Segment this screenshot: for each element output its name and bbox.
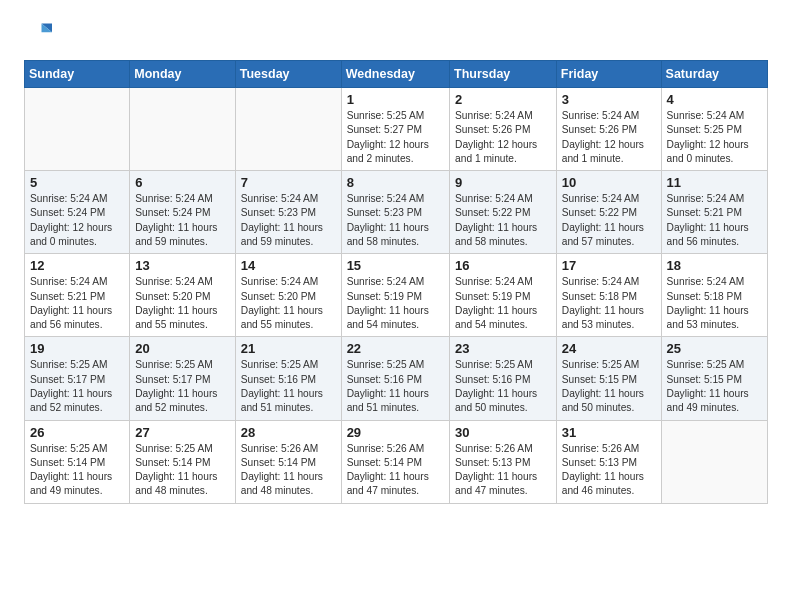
day-info: Sunrise: 5:24 AM Sunset: 5:18 PM Dayligh… [562,275,656,332]
day-number: 6 [135,175,230,190]
day-info: Sunrise: 5:25 AM Sunset: 5:14 PM Dayligh… [30,442,124,499]
day-info: Sunrise: 5:24 AM Sunset: 5:22 PM Dayligh… [455,192,551,249]
calendar-cell: 30Sunrise: 5:26 AM Sunset: 5:13 PM Dayli… [450,420,557,503]
calendar-header-sunday: Sunday [25,61,130,88]
day-number: 10 [562,175,656,190]
calendar-cell [661,420,767,503]
day-info: Sunrise: 5:24 AM Sunset: 5:19 PM Dayligh… [455,275,551,332]
calendar-cell: 14Sunrise: 5:24 AM Sunset: 5:20 PM Dayli… [235,254,341,337]
day-number: 15 [347,258,444,273]
day-number: 11 [667,175,762,190]
calendar-cell: 26Sunrise: 5:25 AM Sunset: 5:14 PM Dayli… [25,420,130,503]
day-number: 19 [30,341,124,356]
day-info: Sunrise: 5:26 AM Sunset: 5:14 PM Dayligh… [347,442,444,499]
calendar-header-saturday: Saturday [661,61,767,88]
day-number: 26 [30,425,124,440]
calendar: SundayMondayTuesdayWednesdayThursdayFrid… [24,60,768,504]
day-number: 13 [135,258,230,273]
calendar-cell: 9Sunrise: 5:24 AM Sunset: 5:22 PM Daylig… [450,171,557,254]
day-number: 20 [135,341,230,356]
calendar-week-1: 5Sunrise: 5:24 AM Sunset: 5:24 PM Daylig… [25,171,768,254]
calendar-cell: 29Sunrise: 5:26 AM Sunset: 5:14 PM Dayli… [341,420,449,503]
calendar-cell: 6Sunrise: 5:24 AM Sunset: 5:24 PM Daylig… [130,171,236,254]
day-info: Sunrise: 5:25 AM Sunset: 5:15 PM Dayligh… [667,358,762,415]
day-number: 30 [455,425,551,440]
day-info: Sunrise: 5:26 AM Sunset: 5:13 PM Dayligh… [455,442,551,499]
calendar-cell: 17Sunrise: 5:24 AM Sunset: 5:18 PM Dayli… [556,254,661,337]
day-number: 31 [562,425,656,440]
day-info: Sunrise: 5:25 AM Sunset: 5:16 PM Dayligh… [241,358,336,415]
day-info: Sunrise: 5:25 AM Sunset: 5:17 PM Dayligh… [135,358,230,415]
calendar-cell: 15Sunrise: 5:24 AM Sunset: 5:19 PM Dayli… [341,254,449,337]
calendar-cell: 24Sunrise: 5:25 AM Sunset: 5:15 PM Dayli… [556,337,661,420]
day-info: Sunrise: 5:25 AM Sunset: 5:16 PM Dayligh… [455,358,551,415]
calendar-header-row: SundayMondayTuesdayWednesdayThursdayFrid… [25,61,768,88]
day-info: Sunrise: 5:24 AM Sunset: 5:23 PM Dayligh… [347,192,444,249]
day-info: Sunrise: 5:24 AM Sunset: 5:18 PM Dayligh… [667,275,762,332]
day-info: Sunrise: 5:26 AM Sunset: 5:13 PM Dayligh… [562,442,656,499]
calendar-cell: 4Sunrise: 5:24 AM Sunset: 5:25 PM Daylig… [661,88,767,171]
calendar-cell [235,88,341,171]
day-info: Sunrise: 5:26 AM Sunset: 5:14 PM Dayligh… [241,442,336,499]
calendar-week-3: 19Sunrise: 5:25 AM Sunset: 5:17 PM Dayli… [25,337,768,420]
day-number: 23 [455,341,551,356]
calendar-cell [25,88,130,171]
day-number: 28 [241,425,336,440]
page: SundayMondayTuesdayWednesdayThursdayFrid… [0,0,792,520]
day-info: Sunrise: 5:24 AM Sunset: 5:19 PM Dayligh… [347,275,444,332]
day-info: Sunrise: 5:24 AM Sunset: 5:21 PM Dayligh… [667,192,762,249]
day-info: Sunrise: 5:24 AM Sunset: 5:20 PM Dayligh… [241,275,336,332]
day-info: Sunrise: 5:25 AM Sunset: 5:14 PM Dayligh… [135,442,230,499]
calendar-header-monday: Monday [130,61,236,88]
calendar-cell: 10Sunrise: 5:24 AM Sunset: 5:22 PM Dayli… [556,171,661,254]
calendar-header-thursday: Thursday [450,61,557,88]
day-number: 3 [562,92,656,107]
day-number: 22 [347,341,444,356]
day-number: 21 [241,341,336,356]
day-info: Sunrise: 5:24 AM Sunset: 5:26 PM Dayligh… [562,109,656,166]
calendar-cell: 13Sunrise: 5:24 AM Sunset: 5:20 PM Dayli… [130,254,236,337]
calendar-cell: 31Sunrise: 5:26 AM Sunset: 5:13 PM Dayli… [556,420,661,503]
day-number: 29 [347,425,444,440]
calendar-cell: 25Sunrise: 5:25 AM Sunset: 5:15 PM Dayli… [661,337,767,420]
day-info: Sunrise: 5:24 AM Sunset: 5:22 PM Dayligh… [562,192,656,249]
calendar-cell: 2Sunrise: 5:24 AM Sunset: 5:26 PM Daylig… [450,88,557,171]
calendar-cell: 12Sunrise: 5:24 AM Sunset: 5:21 PM Dayli… [25,254,130,337]
calendar-cell: 19Sunrise: 5:25 AM Sunset: 5:17 PM Dayli… [25,337,130,420]
day-info: Sunrise: 5:25 AM Sunset: 5:15 PM Dayligh… [562,358,656,415]
day-number: 25 [667,341,762,356]
day-number: 7 [241,175,336,190]
day-number: 12 [30,258,124,273]
logo [24,20,56,48]
day-info: Sunrise: 5:25 AM Sunset: 5:16 PM Dayligh… [347,358,444,415]
calendar-week-0: 1Sunrise: 5:25 AM Sunset: 5:27 PM Daylig… [25,88,768,171]
calendar-cell [130,88,236,171]
header [24,20,768,48]
calendar-cell: 18Sunrise: 5:24 AM Sunset: 5:18 PM Dayli… [661,254,767,337]
day-info: Sunrise: 5:24 AM Sunset: 5:24 PM Dayligh… [135,192,230,249]
calendar-cell: 28Sunrise: 5:26 AM Sunset: 5:14 PM Dayli… [235,420,341,503]
day-number: 1 [347,92,444,107]
calendar-header-tuesday: Tuesday [235,61,341,88]
calendar-week-2: 12Sunrise: 5:24 AM Sunset: 5:21 PM Dayli… [25,254,768,337]
day-number: 17 [562,258,656,273]
day-number: 2 [455,92,551,107]
calendar-cell: 7Sunrise: 5:24 AM Sunset: 5:23 PM Daylig… [235,171,341,254]
day-number: 5 [30,175,124,190]
day-number: 27 [135,425,230,440]
day-number: 14 [241,258,336,273]
calendar-cell: 3Sunrise: 5:24 AM Sunset: 5:26 PM Daylig… [556,88,661,171]
calendar-cell: 23Sunrise: 5:25 AM Sunset: 5:16 PM Dayli… [450,337,557,420]
day-info: Sunrise: 5:24 AM Sunset: 5:21 PM Dayligh… [30,275,124,332]
day-number: 4 [667,92,762,107]
calendar-header-friday: Friday [556,61,661,88]
day-info: Sunrise: 5:25 AM Sunset: 5:27 PM Dayligh… [347,109,444,166]
day-info: Sunrise: 5:24 AM Sunset: 5:20 PM Dayligh… [135,275,230,332]
calendar-cell: 8Sunrise: 5:24 AM Sunset: 5:23 PM Daylig… [341,171,449,254]
day-info: Sunrise: 5:25 AM Sunset: 5:17 PM Dayligh… [30,358,124,415]
calendar-cell: 21Sunrise: 5:25 AM Sunset: 5:16 PM Dayli… [235,337,341,420]
logo-icon [24,20,52,48]
calendar-cell: 20Sunrise: 5:25 AM Sunset: 5:17 PM Dayli… [130,337,236,420]
calendar-cell: 11Sunrise: 5:24 AM Sunset: 5:21 PM Dayli… [661,171,767,254]
day-info: Sunrise: 5:24 AM Sunset: 5:23 PM Dayligh… [241,192,336,249]
